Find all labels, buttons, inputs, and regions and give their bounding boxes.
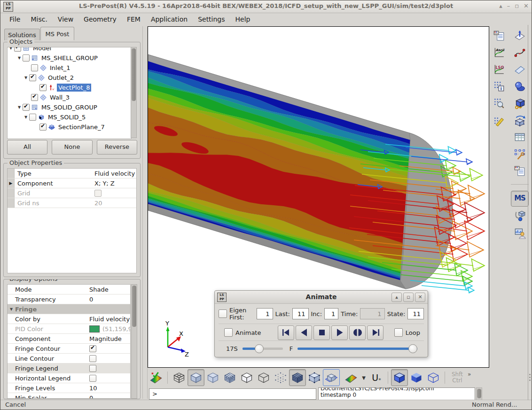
option-row-fringe-contour[interactable]: Fringe Contour	[8, 344, 130, 354]
last-field[interactable]: 11	[292, 308, 309, 319]
tree-scrollbar-thumb[interactable]	[132, 48, 136, 101]
animate-dialog[interactable]: LSPP Animate ▴ ▫ ✕ Eigen First: 1 Last: …	[214, 290, 428, 357]
lso-plot-icon[interactable]: LSO	[492, 62, 507, 77]
option-row-color-by[interactable]: Color byFluid velocity	[8, 314, 130, 324]
expander-icon[interactable]: ▼	[16, 105, 23, 109]
first-field[interactable]: 1	[257, 308, 273, 319]
none-button[interactable]: None	[52, 140, 92, 155]
loop-checkbox[interactable]	[394, 328, 403, 337]
menu-view[interactable]: View	[53, 14, 78, 24]
state-slider[interactable]	[297, 344, 417, 353]
menu-settings[interactable]: Settings	[193, 14, 230, 24]
sectionplane-7-checkbox[interactable]	[39, 124, 47, 131]
menu-geometry[interactable]: Geometry	[78, 14, 122, 24]
option-row-min-scalar[interactable]: Min Scalar0	[8, 393, 130, 399]
property-row-grid-ns[interactable]: Grid ns 20	[8, 198, 136, 208]
option-row-fringe-levels[interactable]: Fringe Levels10	[8, 383, 130, 393]
table-view-icon[interactable]	[512, 130, 527, 145]
speed-slider-handle[interactable]	[255, 344, 264, 353]
close-button[interactable]: ✕	[524, 2, 529, 10]
spline-curve-icon[interactable]	[512, 45, 527, 60]
inc-field[interactable]: 1	[324, 308, 338, 319]
wall-3-checkbox[interactable]	[31, 94, 38, 101]
menu-file[interactable]: File	[4, 14, 25, 24]
outlet-2-checkbox[interactable]	[29, 74, 36, 81]
first-frame-button[interactable]	[278, 325, 294, 340]
dropdown-caret-icon[interactable]: ▼	[360, 369, 368, 386]
ascii-plot-icon[interactable]: Ascii	[492, 45, 507, 60]
message-scrollbar[interactable]	[476, 387, 482, 401]
right-edge-splitter[interactable]	[528, 25, 532, 400]
message-box[interactable]: Documents/LSTC/LS-PrePost4.5/lsppconf ti…	[318, 387, 475, 401]
expander-icon[interactable]: ▼	[8, 307, 15, 311]
hidden-cube-icon[interactable]	[238, 369, 255, 386]
model-checkbox[interactable]	[14, 47, 21, 52]
mesh-find-icon[interactable]	[492, 96, 507, 111]
node-cube-icon[interactable]	[306, 369, 323, 386]
mesh-cube-icon[interactable]	[221, 369, 238, 386]
view-solid-cube-icon[interactable]	[408, 369, 425, 386]
last-frame-button[interactable]	[367, 325, 383, 340]
minimize-button[interactable]: –	[507, 2, 510, 10]
user-view-icon[interactable]	[512, 225, 527, 240]
pid-color-swatch[interactable]	[89, 325, 100, 333]
vectplot-8-checkbox[interactable]	[39, 84, 47, 91]
tree-item-ms-solid-group[interactable]: ▼ MS_SOLID_GROUP	[8, 102, 131, 112]
cube-key-icon[interactable]	[512, 96, 527, 111]
pause-button[interactable]	[349, 325, 366, 340]
view-shade-cube-icon[interactable]	[391, 369, 408, 386]
tree-item-vectplot-8[interactable]: v VectPlot_8	[8, 83, 131, 93]
animate-dialog-titlebar[interactable]: LSPP Animate ▴ ▫ ✕	[215, 291, 428, 304]
horizontal-legend-checkbox[interactable]	[89, 375, 96, 382]
mesh-measure-icon[interactable]	[492, 113, 507, 128]
dialog-shade-button[interactable]: ▴	[391, 293, 402, 302]
option-row-line-contour[interactable]: Line Contour	[8, 354, 130, 364]
menu-misc[interactable]: Misc.	[25, 14, 52, 24]
expander-icon[interactable]: ▼	[16, 56, 23, 60]
plane-normal-icon[interactable]	[512, 28, 527, 43]
option-group-fringe[interactable]: ▼Fringe	[8, 304, 130, 314]
tree-item-sectionplane-7[interactable]: SectionPlane_7	[8, 122, 131, 132]
fringe-check-icon[interactable]	[148, 369, 164, 386]
tree-item-ms-solid-5[interactable]: ▼ MS_SOLID_5	[8, 112, 131, 122]
fringe-contour-checkbox[interactable]	[89, 345, 96, 352]
play-button[interactable]	[331, 325, 348, 340]
tree-item-ms-shell-group[interactable]: ▼ MS_SHELL_GROUP	[8, 53, 131, 63]
post-list-icon[interactable]	[492, 28, 507, 43]
expander-icon[interactable]: ▼	[8, 47, 14, 50]
menu-fem[interactable]: FEM	[122, 14, 146, 24]
time-field[interactable]: 1	[360, 308, 384, 319]
mesh-info-icon[interactable]: i	[492, 79, 507, 94]
feature-cube-icon[interactable]	[289, 369, 306, 386]
menu-application[interactable]: Application	[146, 14, 193, 24]
option-row-transparency[interactable]: Transparency0	[8, 294, 130, 304]
tree-item-wall-3[interactable]: Wall_3	[8, 93, 131, 102]
display-options-scrollbar-thumb[interactable]	[132, 286, 136, 327]
flat-cube-icon[interactable]	[204, 369, 221, 386]
ms-solid-group-checkbox[interactable]	[23, 104, 30, 111]
dialog-close-button[interactable]: ✕	[415, 293, 425, 302]
model-list-icon[interactable]	[512, 163, 527, 178]
property-row-grid[interactable]: Grid	[8, 188, 136, 198]
expander-icon[interactable]: ▼	[23, 115, 29, 119]
play-reverse-button[interactable]	[296, 325, 312, 340]
tab-ms-post[interactable]: MS Post	[40, 27, 74, 40]
state-slider-handle[interactable]	[408, 344, 417, 353]
tree-item-inlet-1[interactable]: Inlet_1	[8, 63, 131, 73]
node-edit-icon[interactable]	[512, 147, 527, 162]
maximize-button[interactable]: ▫	[515, 2, 519, 10]
plane-cube-icon[interactable]	[323, 369, 340, 386]
dialog-maximize-button[interactable]: ▫	[403, 293, 414, 302]
surface-patch-icon[interactable]	[512, 62, 527, 77]
tree-scrollbar[interactable]	[131, 47, 137, 138]
speed-slider[interactable]	[243, 344, 283, 353]
inlet-1-checkbox[interactable]	[31, 64, 38, 71]
user-component-icon[interactable]: U*	[368, 369, 385, 386]
shade-cube-icon[interactable]	[188, 369, 204, 386]
command-input[interactable]: >	[149, 388, 316, 400]
mesh-transform-icon[interactable]	[512, 113, 527, 128]
ms-mode-button[interactable]: MS	[511, 191, 529, 207]
property-row-type[interactable]: Type Fluid velocity	[8, 169, 136, 178]
toolbar-overflow-chevron[interactable]: »	[468, 371, 471, 378]
grid-checkbox[interactable]	[94, 190, 102, 197]
